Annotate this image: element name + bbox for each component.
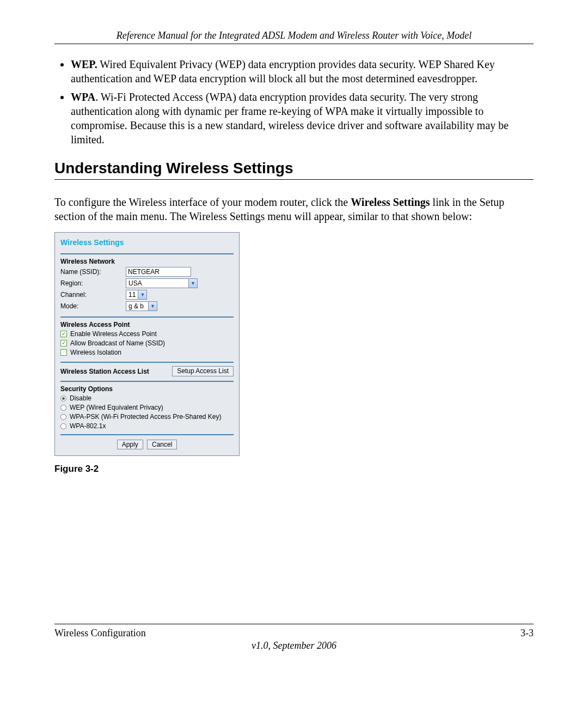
security-wpa-8021x-radio[interactable]	[60, 423, 66, 429]
security-wpa-psk-label: WPA-PSK (Wi-Fi Protected Access Pre-Shar…	[70, 413, 222, 421]
security-wpa-8021x-label: WPA-802.1x	[70, 422, 106, 430]
intro-paragraph: To configure the Wireless interface of y…	[54, 195, 534, 223]
bullet-wep-bold: WEP.	[71, 58, 97, 70]
page-footer: Wireless Configuration 3-3 v1.0, Septemb…	[54, 614, 534, 652]
section-rule	[54, 179, 534, 180]
figure-caption: Figure 3-2	[54, 464, 534, 474]
setup-access-list-button[interactable]: Setup Access List	[172, 366, 234, 376]
bullet-wpa-text: . Wi-Fi Protected Access (WPA) data encr…	[71, 91, 509, 145]
broadcast-ssid-checkbox[interactable]: ✓	[60, 340, 67, 346]
enable-ap-label: Enable Wireless Access Point	[70, 330, 157, 338]
region-value: USA	[126, 279, 188, 287]
ssid-label: Name (SSID):	[60, 268, 126, 276]
broadcast-ssid-label: Allow Broadcast of Name (SSID)	[70, 339, 165, 347]
chevron-down-icon: ▼	[148, 302, 157, 311]
panel-divider	[60, 253, 234, 254]
chevron-down-icon: ▼	[138, 290, 146, 299]
bullet-wpa: WPA. Wi-Fi Protected Access (WPA) data e…	[71, 90, 534, 147]
wireless-isolation-label: Wireless Isolation	[70, 349, 121, 356]
cancel-button[interactable]: Cancel	[147, 440, 177, 449]
panel-title: Wireless Settings	[60, 238, 234, 247]
running-header: Reference Manual for the Integrated ADSL…	[54, 30, 534, 41]
chevron-down-icon: ▼	[188, 279, 197, 288]
security-disable-radio[interactable]	[60, 395, 66, 401]
channel-value: 11	[126, 291, 138, 299]
footer-version: v1.0, September 2006	[54, 640, 534, 652]
wireless-network-heading: Wireless Network	[60, 258, 234, 265]
region-select[interactable]: USA ▼	[126, 278, 198, 288]
security-heading: Security Options	[60, 385, 234, 393]
header-rule	[54, 44, 534, 44]
region-label: Region:	[60, 279, 126, 287]
wsal-label: Wireless Station Access List	[60, 368, 149, 375]
wireless-isolation-checkbox[interactable]	[60, 349, 67, 356]
security-wep-radio[interactable]	[60, 405, 66, 411]
security-wpa-psk-radio[interactable]	[60, 414, 66, 420]
panel-divider	[60, 362, 234, 363]
security-wep-label: WEP (Wired Equivalent Privacy)	[70, 404, 163, 411]
intro-pre: To configure the Wireless interface of y…	[54, 196, 351, 208]
apply-button[interactable]: Apply	[117, 440, 143, 449]
wap-heading: Wireless Access Point	[60, 321, 234, 328]
mode-select[interactable]: g & b ▼	[126, 301, 157, 311]
ssid-input[interactable]	[126, 267, 191, 277]
channel-select[interactable]: 11 ▼	[126, 290, 147, 300]
panel-divider	[60, 381, 234, 382]
mode-value: g & b	[126, 302, 148, 310]
wireless-settings-panel: Wireless Settings Wireless Network Name …	[54, 232, 240, 456]
intro-bold: Wireless Settings	[351, 196, 430, 208]
panel-divider	[60, 434, 234, 435]
mode-label: Mode:	[60, 302, 126, 310]
panel-divider	[60, 317, 234, 318]
channel-label: Channel:	[60, 291, 126, 299]
footer-right: 3-3	[520, 628, 534, 639]
bullet-wep: WEP. Wired Equivalent Privacy (WEP) data…	[71, 57, 534, 86]
bullet-wep-text: Wired Equivalent Privacy (WEP) data encr…	[71, 58, 495, 84]
footer-rule	[54, 624, 534, 624]
bullet-list: WEP. Wired Equivalent Privacy (WEP) data…	[54, 57, 534, 147]
security-disable-label: Disable	[70, 394, 91, 402]
bullet-wpa-bold: WPA	[71, 91, 95, 103]
section-heading: Understanding Wireless Settings	[54, 160, 534, 177]
enable-ap-checkbox[interactable]: ✓	[60, 331, 67, 337]
footer-left: Wireless Configuration	[54, 628, 146, 639]
